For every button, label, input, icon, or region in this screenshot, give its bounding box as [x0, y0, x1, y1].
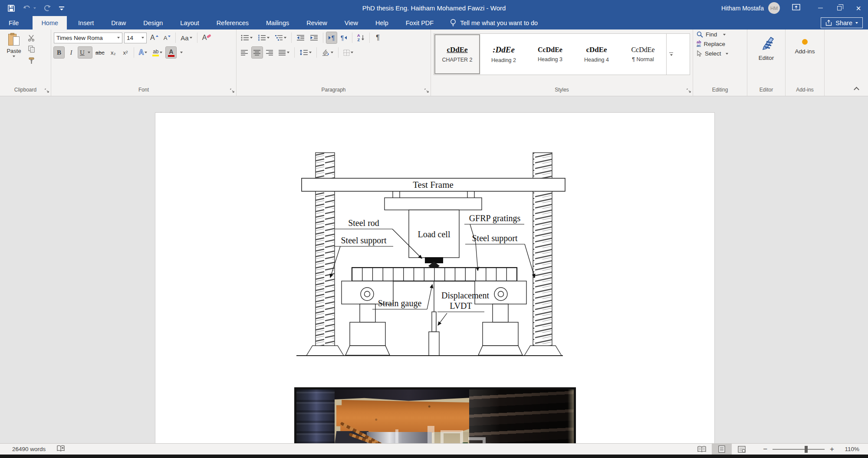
underline-button[interactable]: U — [78, 47, 92, 58]
lvdt-device — [429, 281, 439, 356]
font-color-dropdown-arrow[interactable] — [176, 47, 187, 58]
subscript-button[interactable]: x₂ — [108, 47, 118, 58]
paste-label: Paste — [7, 48, 21, 54]
align-right-button[interactable] — [264, 47, 275, 58]
document-area[interactable]: Test Frame Load cell — [0, 96, 868, 443]
tab-layout[interactable]: Layout — [171, 16, 208, 29]
proofing-errors-icon[interactable] — [57, 445, 65, 453]
align-center-button[interactable] — [252, 47, 263, 58]
change-case-button[interactable]: Aa — [179, 32, 194, 43]
style-chapter2[interactable]: cDdEe CHAPTER 2 — [434, 34, 480, 75]
bullets-button[interactable] — [239, 32, 254, 43]
account-avatar[interactable]: HM — [768, 2, 780, 14]
print-layout-button[interactable] — [712, 444, 732, 455]
find-button[interactable]: Find — [697, 31, 747, 38]
tab-home[interactable]: Home — [33, 16, 67, 29]
web-layout-button[interactable] — [732, 444, 752, 455]
style-heading4[interactable]: cDdEe Heading 4 — [573, 34, 620, 75]
copy-button[interactable] — [27, 45, 36, 53]
clipboard-dialog-launcher[interactable] — [45, 87, 49, 95]
italic-button[interactable]: I — [66, 47, 76, 58]
addins-button[interactable]: Add-ins — [788, 32, 822, 55]
font-name-combobox[interactable]: Times New Roma — [54, 33, 122, 43]
zoom-slider-thumb[interactable] — [805, 446, 808, 453]
tab-foxit-pdf[interactable]: Foxit PDF — [397, 16, 442, 29]
highlight-dropdown-arrow[interactable] — [160, 52, 162, 53]
show-hide-pilcrow-button[interactable]: ¶ — [373, 32, 383, 43]
save-icon[interactable] — [7, 4, 16, 13]
close-button[interactable]: × — [849, 0, 868, 16]
tab-draw[interactable]: Draw — [102, 16, 135, 29]
numbering-button[interactable] — [256, 32, 271, 43]
increase-indent-button[interactable] — [308, 32, 320, 43]
left-to-right-direction-button[interactable]: ¶ — [326, 32, 337, 43]
restore-button[interactable] — [830, 0, 849, 16]
tab-help[interactable]: Help — [367, 16, 397, 29]
strain-gauge-label: Strain gauge — [378, 298, 422, 308]
group-styles: cDdEe CHAPTER 2 :DdEe Heading 2 CcDdEe H… — [431, 29, 693, 96]
redo-button[interactable] — [43, 4, 52, 12]
paragraph-dialog-launcher[interactable] — [424, 87, 429, 95]
multilevel-list-button[interactable] — [273, 32, 288, 43]
word-count[interactable]: 26490 words — [12, 446, 46, 452]
paste-button[interactable]: Paste — [4, 32, 23, 85]
tab-review[interactable]: Review — [298, 16, 336, 29]
line-spacing-button[interactable] — [298, 47, 313, 58]
font-color-button[interactable]: A — [166, 47, 176, 58]
select-button[interactable]: Select — [697, 50, 747, 57]
replace-button[interactable]: abac Replace — [697, 41, 747, 47]
font-dialog-launcher[interactable] — [230, 87, 234, 95]
shading-button[interactable] — [320, 47, 335, 58]
zoom-level[interactable]: 110% — [839, 446, 859, 452]
collapse-ribbon-button[interactable] — [854, 87, 859, 92]
tab-insert[interactable]: Insert — [69, 16, 102, 29]
zoom-out-button[interactable]: − — [763, 445, 767, 454]
styles-dialog-launcher[interactable] — [687, 87, 691, 95]
quick-access-toolbar — [0, 4, 65, 13]
shrink-font-button[interactable]: A — [162, 32, 173, 43]
text-effects-button[interactable]: A — [137, 47, 149, 58]
editor-button[interactable]: Editor — [750, 32, 783, 61]
style-preview: CcDdEe — [631, 46, 654, 54]
highlight-button[interactable]: ab — [151, 47, 164, 58]
style-heading3[interactable]: CcDdEe Heading 3 — [527, 34, 573, 75]
customize-qat-button[interactable] — [59, 5, 65, 11]
tab-design[interactable]: Design — [135, 16, 171, 29]
zoom-slider[interactable] — [773, 449, 825, 450]
format-painter-button[interactable] — [27, 56, 36, 65]
read-mode-button[interactable] — [692, 444, 712, 455]
undo-dropdown-arrow[interactable] — [33, 7, 36, 9]
account-name[interactable]: Hitham Mostafa — [721, 5, 764, 12]
clear-formatting-button[interactable]: A — [201, 32, 214, 43]
share-button[interactable]: Share — [821, 17, 863, 28]
undo-button[interactable] — [23, 4, 36, 12]
zoom-in-button[interactable]: + — [830, 445, 834, 454]
cut-button[interactable] — [27, 34, 36, 42]
sort-button[interactable]: AZ — [355, 32, 366, 43]
addins-button-label: Add-ins — [795, 48, 815, 55]
font-size-combobox[interactable]: 14 — [124, 33, 147, 43]
lightbulb-icon — [450, 19, 456, 27]
style-heading2[interactable]: :DdEe Heading 2 — [480, 34, 527, 75]
bold-button[interactable]: B — [54, 47, 64, 58]
minimize-button[interactable] — [811, 0, 830, 16]
superscript-button[interactable]: x² — [120, 47, 131, 58]
decrease-indent-button[interactable] — [295, 32, 306, 43]
underline-dropdown-arrow[interactable] — [88, 52, 90, 53]
tell-me-box[interactable]: Tell me what you want to do — [450, 16, 538, 29]
styles-gallery-more-button[interactable] — [666, 34, 676, 75]
right-to-left-direction-button[interactable]: ¶ — [339, 32, 349, 43]
tab-references[interactable]: References — [208, 16, 257, 29]
grow-font-button[interactable]: A — [148, 32, 160, 43]
strikethrough-button[interactable]: abc — [94, 47, 106, 58]
paste-dropdown-arrow[interactable] — [13, 56, 15, 57]
ribbon-display-options-icon[interactable] — [792, 4, 800, 12]
tab-file[interactable]: File — [0, 16, 27, 29]
borders-button[interactable] — [342, 47, 355, 58]
justify-button[interactable] — [277, 47, 291, 58]
style-normal[interactable]: CcDdEe ¶ Normal — [620, 34, 666, 75]
left-support — [342, 281, 393, 355]
align-left-button[interactable] — [239, 47, 250, 58]
tab-mailings[interactable]: Mailings — [257, 16, 298, 29]
tab-view[interactable]: View — [336, 16, 367, 29]
